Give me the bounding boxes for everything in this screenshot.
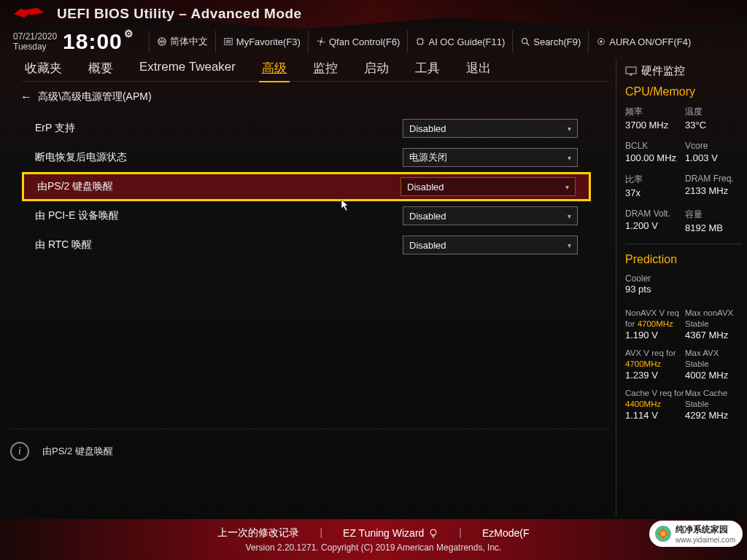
tab-7[interactable]: 退出 — [463, 60, 494, 81]
help-text: 由PS/2 键盘唤醒 — [42, 445, 113, 458]
setting-select[interactable]: Disabled▾ — [403, 236, 578, 254]
breadcrumb-text: 高级\高级电源管理(APM) — [38, 90, 152, 104]
weekday: Tuesday — [13, 42, 57, 52]
svg-point-6 — [600, 40, 603, 43]
setting-label: ErP 支持 — [35, 122, 403, 135]
search-button[interactable]: Search(F9) — [512, 31, 588, 52]
divider — [625, 244, 742, 244]
help-bar: i 由PS/2 键盘唤醒 — [10, 429, 608, 465]
svg-rect-7 — [626, 67, 636, 74]
aioc-button[interactable]: AI OC Guide(F11) — [407, 31, 512, 52]
setting-select[interactable]: Disabled▾ — [400, 177, 576, 196]
setting-label: 由PS/2 键盘唤醒 — [37, 180, 400, 193]
watermark-icon — [654, 524, 673, 543]
copyright: Version 2.20.1271. Copyright (C) 2019 Am… — [246, 542, 502, 553]
svg-point-10 — [661, 532, 665, 536]
gear-icon[interactable]: ⚙ — [124, 28, 134, 39]
svg-rect-3 — [418, 39, 423, 44]
date-block: 07/21/2020 Tuesday — [13, 31, 57, 52]
footer-links: 上一次的修改记录 | EZ Tuning Wizard | EzMode(F — [217, 526, 529, 540]
prediction-title: Prediction — [625, 253, 747, 266]
sidebar-header: 硬件监控 — [625, 64, 747, 78]
tab-2[interactable]: Extreme Tweaker — [136, 60, 239, 79]
tab-4[interactable]: 监控 — [310, 60, 341, 81]
chip-icon — [415, 36, 425, 47]
pred-row-0: NonAVX V req for 4700MHz1.190 VMax nonAV… — [625, 308, 747, 341]
search-icon — [520, 36, 530, 47]
chevron-down-icon: ▾ — [568, 125, 571, 133]
qfan-button[interactable]: Qfan Control(F6) — [308, 31, 408, 52]
cooler-stat: Cooler 93 pts — [625, 273, 747, 295]
language-button[interactable]: 简体中文 — [149, 31, 215, 52]
bios-title: UEFI BIOS Utility – Advanced Mode — [57, 6, 302, 22]
chevron-down-icon: ▾ — [568, 212, 571, 220]
setting-row-4[interactable]: 由 RTC 唤醒Disabled▾ — [22, 230, 591, 260]
svg-point-8 — [430, 529, 436, 535]
breadcrumb: ← 高级\高级电源管理(APM) — [20, 90, 152, 104]
svg-point-4 — [522, 39, 527, 44]
header: UEFI BIOS Utility – Advanced Mode 07/21/… — [13, 6, 734, 54]
chevron-down-icon: ▾ — [568, 241, 571, 249]
stat-block-3: DRAM Volt.1.200 V容量8192 MB — [625, 209, 747, 233]
setting-row-1[interactable]: 断电恢复后电源状态电源关闭▾ — [22, 143, 591, 172]
fan-icon — [316, 36, 326, 47]
settings-form: ErP 支持Disabled▾断电恢复后电源状态电源关闭▾由PS/2 键盘唤醒D… — [22, 114, 591, 260]
setting-select[interactable]: 电源关闭▾ — [403, 148, 578, 167]
info-icon: i — [10, 442, 29, 461]
footer: 上一次的修改记录 | EZ Tuning Wizard | EzMode(F V… — [0, 519, 747, 560]
toolbar: 简体中文 MyFavorite(F3) Qfan Control(F6) AI … — [149, 31, 698, 52]
setting-row-3[interactable]: 由 PCI-E 设备唤醒Disabled▾ — [22, 201, 591, 230]
rog-logo-icon — [13, 7, 50, 21]
back-arrow-icon[interactable]: ← — [20, 90, 32, 104]
globe-icon — [157, 36, 167, 47]
stat-block-1: BCLK100.00 MHzVcore1.003 V — [625, 141, 747, 163]
tab-6[interactable]: 工具 — [412, 60, 443, 81]
setting-label: 由 PCI-E 设备唤醒 — [35, 209, 403, 222]
svg-point-2 — [320, 40, 322, 43]
setting-row-0[interactable]: ErP 支持Disabled▾ — [22, 114, 591, 143]
tab-1[interactable]: 概要 — [85, 60, 116, 81]
setting-row-2[interactable]: 由PS/2 键盘唤醒Disabled▾ — [22, 172, 591, 201]
setting-select[interactable]: Disabled▾ — [403, 119, 578, 138]
setting-select[interactable]: Disabled▾ — [403, 206, 578, 225]
tab-5[interactable]: 启动 — [361, 60, 392, 81]
clock: 18:00 ⚙ — [63, 29, 123, 54]
pred-row-2: Cache V req for 4400MHz1.114 VMax Cache … — [625, 388, 747, 421]
list-icon — [223, 36, 233, 47]
stat-block-0: 频率3700 MHz温度33°C — [625, 106, 747, 131]
chevron-down-icon: ▾ — [568, 154, 571, 162]
monitor-icon — [625, 66, 637, 77]
aura-button[interactable]: AURA ON/OFF(F4) — [588, 31, 698, 52]
tab-3[interactable]: 高级 — [259, 60, 290, 82]
last-modified-link[interactable]: 上一次的修改记录 — [217, 526, 299, 540]
tab-0[interactable]: 收藏夹 — [22, 60, 65, 81]
main-tabs: 收藏夹概要Extreme Tweaker高级监控启动工具退出 — [22, 60, 608, 82]
bulb-icon — [428, 528, 438, 538]
date: 07/21/2020 — [13, 31, 57, 42]
pred-row-1: AVX V req for 4700MHz1.239 VMax AVX Stab… — [625, 348, 747, 381]
favorite-button[interactable]: MyFavorite(F3) — [215, 31, 308, 52]
chevron-down-icon: ▾ — [565, 183, 569, 191]
ezmode-link[interactable]: EzMode(F — [482, 526, 530, 540]
setting-label: 断电恢复后电源状态 — [35, 151, 403, 164]
hardware-monitor-sidebar: 硬件监控 CPU/Memory 频率3700 MHz温度33°CBCLK100.… — [616, 60, 747, 516]
cpu-memory-title: CPU/Memory — [625, 85, 747, 98]
ez-tuning-link[interactable]: EZ Tuning Wizard — [343, 526, 438, 540]
setting-label: 由 RTC 唤醒 — [35, 238, 403, 252]
aura-icon — [596, 36, 606, 47]
watermark: 纯净系统家园 www.yidaimei.com — [649, 521, 743, 547]
stat-block-2: 比率37xDRAM Freq.2133 MHz — [625, 174, 747, 198]
